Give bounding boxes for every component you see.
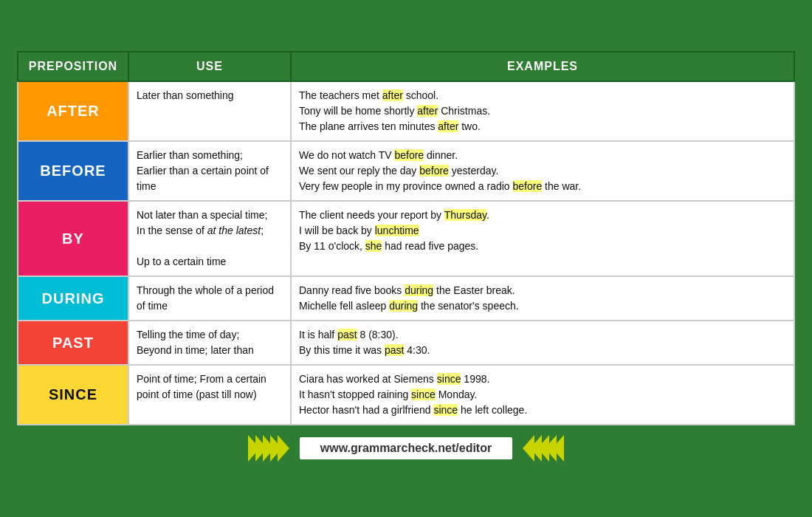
examples-cell-after: The teachers met after school.Tony will …: [291, 81, 794, 141]
chevrons-right-icon: [527, 435, 564, 462]
header-preposition: PREPOSITION: [18, 52, 128, 81]
preposition-cell-since: SINCE: [18, 365, 128, 425]
footer-bar: www.grammarcheck.net/editor: [15, 428, 797, 469]
header-examples: EXAMPLES: [291, 52, 794, 81]
preposition-cell-after: AFTER: [18, 81, 128, 141]
footer-url[interactable]: www.grammarcheck.net/editor: [300, 437, 512, 459]
use-cell-after: Later than something: [128, 81, 291, 141]
preposition-cell-past: PAST: [18, 321, 128, 365]
use-cell-by: Not later than a special time;In the sen…: [128, 201, 291, 276]
grammar-table-wrapper: PREPOSITION USE EXAMPLES AFTERLater than…: [15, 49, 797, 428]
prepositions-table: PREPOSITION USE EXAMPLES AFTERLater than…: [17, 51, 795, 425]
preposition-cell-during: DURING: [18, 276, 128, 321]
use-cell-past: Telling the time of day;Beyond in time; …: [128, 321, 291, 365]
preposition-cell-by: BY: [18, 201, 128, 276]
examples-cell-before: We do not watch TV before dinner.We sent…: [291, 141, 794, 201]
header-use: USE: [128, 52, 291, 81]
use-cell-since: Point of time; From a certain point of t…: [128, 365, 291, 425]
chevrons-left-icon: [248, 435, 285, 462]
table-row: BEFOREEarlier than something;Earlier tha…: [18, 141, 794, 201]
table-row: AFTERLater than somethingThe teachers me…: [18, 81, 794, 141]
table-row: BYNot later than a special time;In the s…: [18, 201, 794, 276]
examples-cell-by: The client needs your report by Thursday…: [291, 201, 794, 276]
examples-cell-during: Danny read five books during the Easter …: [291, 276, 794, 321]
use-cell-before: Earlier than something;Earlier than a ce…: [128, 141, 291, 201]
examples-cell-since: Ciara has worked at Siemens since 1998.I…: [291, 365, 794, 425]
table-row: DURINGThrough the whole of a period of t…: [18, 276, 794, 321]
preposition-cell-before: BEFORE: [18, 141, 128, 201]
use-cell-during: Through the whole of a period of time: [128, 276, 291, 321]
table-row: SINCEPoint of time; From a certain point…: [18, 365, 794, 425]
examples-cell-past: It is half past 8 (8:30).By this time it…: [291, 321, 794, 365]
table-row: PASTTelling the time of day;Beyond in ti…: [18, 321, 794, 365]
